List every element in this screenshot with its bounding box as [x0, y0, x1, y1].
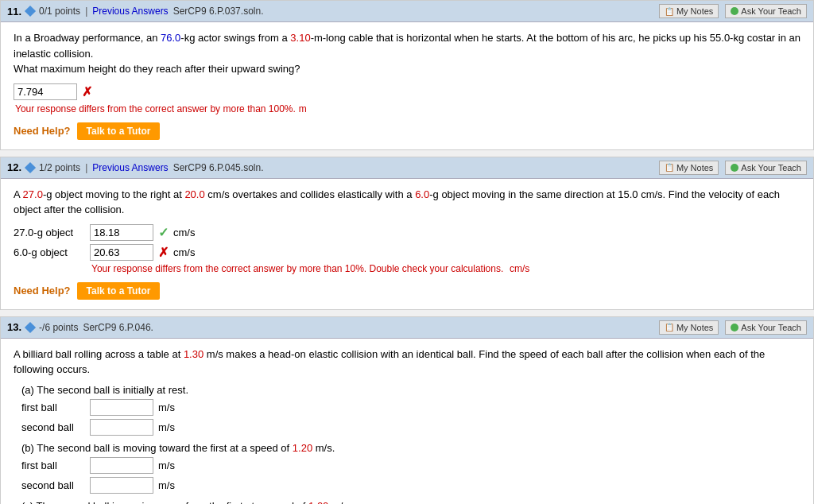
label-13b-first: first ball [21, 459, 85, 471]
problem-12-header-right: 📋 My Notes Ask Your Teach [659, 161, 807, 175]
answer-input-11[interactable] [14, 83, 77, 100]
problem-13-body: A billiard ball rolling across a table a… [1, 339, 813, 505]
tutor-btn-12[interactable]: Talk to a Tutor [77, 282, 161, 300]
problem-11-body: In a Broadway performance, an 76.0-kg ac… [1, 22, 813, 149]
sub-q-13a-text: (a) The second ball is initially at rest… [21, 384, 800, 396]
my-notes-btn-12[interactable]: 📋 My Notes [659, 161, 719, 175]
notes-icon-12: 📋 [665, 163, 674, 172]
input-group-13a-second: second ball m/s [21, 419, 800, 436]
value-76: 76.0 [161, 32, 180, 44]
value-310: 3.10 [290, 32, 310, 44]
error-text-11: Your response differs from the correct a… [15, 103, 296, 114]
problem-13-code: SerCP9 6.P.046. [83, 322, 153, 333]
label-27g: 27.0-g object [14, 227, 85, 238]
error-unit-11: m [299, 103, 307, 114]
answer-input-13a-second[interactable] [90, 419, 153, 436]
problem-12-text: A 27.0-g object moving to the right at 2… [14, 187, 800, 218]
cross-icon-11: ✗ [82, 84, 92, 99]
label-13b-second: second ball [21, 479, 85, 491]
my-notes-btn-13[interactable]: 📋 My Notes [659, 320, 719, 335]
problem-13-number: 13. [7, 321, 21, 333]
label-6g: 6.0-g object [14, 246, 85, 258]
blue-diamond-icon-12 [25, 161, 36, 173]
problem-12-body: A 27.0-g object moving to the right at 2… [1, 179, 813, 309]
value-20: 20.0 [184, 188, 204, 200]
tutor-btn-11[interactable]: Talk to a Tutor [77, 122, 161, 140]
input-group-13b-first: first ball m/s [21, 457, 800, 474]
problem-13-points: -/6 points [39, 322, 78, 333]
problem-13-header-left: 13. -/6 points SerCP9 6.P.046. [7, 321, 153, 333]
label-13a-first: first ball [21, 401, 85, 413]
cross-icon-12b: ✗ [158, 245, 169, 260]
separator: | [85, 6, 87, 17]
answer-input-12b[interactable] [90, 244, 153, 261]
sub-q-13a: (a) The second ball is initially at rest… [21, 384, 800, 436]
unit-12a: cm/s [173, 227, 195, 238]
problem-12-number: 12. [7, 161, 21, 173]
value-120: 1.20 [293, 442, 312, 454]
unit-13a-first: m/s [158, 401, 175, 413]
ask-teacher-btn-11[interactable]: Ask Your Teach [725, 4, 807, 18]
value-130: 1.30 [184, 348, 204, 360]
answer-row-12b: 6.0-g object ✗ cm/s Your response differ… [14, 244, 800, 274]
problem-11-header-right: 📋 My Notes Ask Your Teach [659, 4, 807, 18]
value-27: 27.0 [23, 188, 43, 200]
blue-diamond-icon-13 [25, 321, 36, 332]
ask-teacher-btn-12[interactable]: Ask Your Teach [725, 161, 807, 175]
green-circle-icon-11 [731, 7, 738, 15]
unit-13a-second: m/s [158, 421, 175, 433]
problem-13-header-right: 📋 My Notes Ask Your Teach [659, 320, 807, 335]
problem-11-answer-row: ✗ [14, 83, 800, 100]
answer-input-13b-second[interactable] [90, 477, 153, 494]
problem-13-header: 13. -/6 points SerCP9 6.P.046. 📋 My Note… [1, 317, 813, 339]
notes-icon-13: 📋 [665, 323, 674, 331]
my-notes-btn-11[interactable]: 📋 My Notes [659, 4, 719, 18]
input-group-13a-first: first ball m/s [21, 399, 800, 416]
green-circle-icon-12 [731, 164, 738, 172]
unit-13b-first: m/s [158, 459, 175, 471]
answer-input-13a-first[interactable] [90, 399, 153, 416]
error-unit-12b: cm/s [510, 263, 529, 274]
problem-11-number: 11. [7, 6, 21, 17]
answer-input-12a[interactable] [90, 224, 153, 241]
problem-11-code: SerCP9 6.P.037.soln. [173, 6, 264, 17]
blue-diamond-icon [25, 6, 36, 17]
value-6: 6.0 [415, 188, 429, 200]
answer-input-13b-first[interactable] [90, 457, 153, 474]
problem-11-text: In a Broadway performance, an 76.0-kg ac… [14, 30, 800, 77]
sub-q-13c-text: (c) The second ball is moving away from … [21, 500, 800, 505]
problem-11-points: 0/1 points [39, 6, 80, 17]
prev-answers-link-12[interactable]: Previous Answers [92, 162, 168, 173]
problem-11-header: 11. 0/1 points | Previous Answers SerCP9… [1, 1, 813, 22]
problem-12-header: 12. 1/2 points | Previous Answers SerCP9… [1, 157, 813, 179]
sub-q-13c: (c) The second ball is moving away from … [21, 500, 800, 505]
separator-12: | [85, 162, 87, 173]
problem-12-header-left: 12. 1/2 points | Previous Answers SerCP9… [7, 161, 263, 173]
label-13a-second: second ball [21, 421, 85, 433]
problem-13-text: A billiard ball rolling across a table a… [14, 347, 800, 378]
error-line-11: Your response differs from the correct a… [14, 103, 800, 114]
problem-12: 12. 1/2 points | Previous Answers SerCP9… [0, 157, 814, 310]
answer-row-12a: 27.0-g object ✓ cm/s [14, 224, 800, 241]
problem-11: 11. 0/1 points | Previous Answers SerCP9… [0, 0, 814, 150]
need-help-text-11: Need Help? [14, 125, 71, 137]
problem-12-code: SerCP9 6.P.045.soln. [173, 162, 264, 173]
ask-teacher-btn-13[interactable]: Ask Your Teach [725, 320, 807, 335]
value-100: 1.00 [308, 500, 328, 505]
check-icon-12a: ✓ [158, 225, 169, 240]
need-help-text-12: Need Help? [14, 285, 71, 297]
problem-13: 13. -/6 points SerCP9 6.P.046. 📋 My Note… [0, 316, 814, 505]
input-group-13b-second: second ball m/s [21, 477, 800, 494]
error-text-12b: Your response differs from the correct a… [91, 263, 503, 274]
problem-11-header-left: 11. 0/1 points | Previous Answers SerCP9… [7, 6, 263, 17]
notes-icon-11: 📋 [665, 7, 674, 16]
prev-answers-link-11[interactable]: Previous Answers [92, 6, 168, 17]
need-help-row-11: Need Help? Talk to a Tutor [14, 122, 800, 140]
need-help-row-12: Need Help? Talk to a Tutor [14, 282, 800, 300]
unit-13b-second: m/s [158, 479, 175, 491]
sub-q-13b-text: (b) The second ball is moving toward the… [21, 442, 800, 454]
unit-12b: cm/s [173, 246, 195, 258]
problem-12-points: 1/2 points [39, 162, 80, 173]
green-circle-icon-13 [731, 324, 738, 331]
sub-q-13b: (b) The second ball is moving toward the… [21, 442, 800, 494]
